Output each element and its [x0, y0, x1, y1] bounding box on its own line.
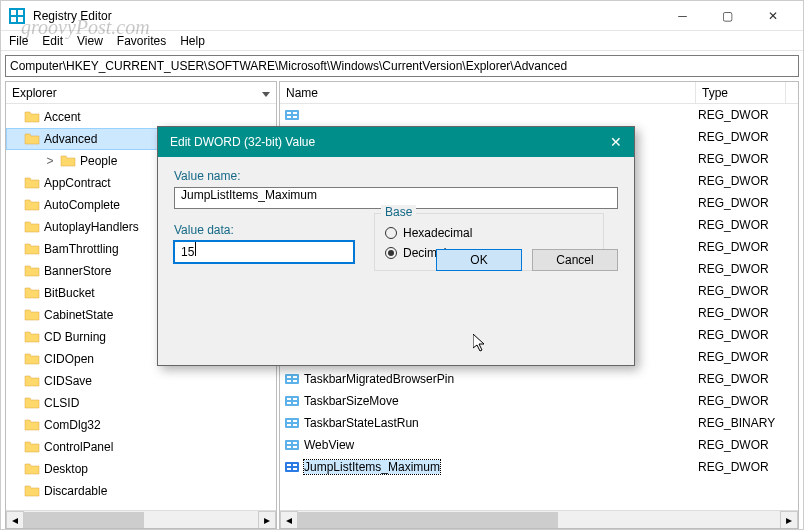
dialog-titlebar[interactable]: Edit DWORD (32-bit) Value ✕: [158, 127, 634, 157]
list-row[interactable]: JumpListItems_MaximumREG_DWOR: [280, 456, 798, 478]
cancel-button[interactable]: Cancel: [532, 249, 618, 271]
tree-item[interactable]: Accent: [6, 106, 276, 128]
cell-type: REG_BINARY: [696, 416, 796, 430]
dialog-close-button[interactable]: ✕: [610, 134, 622, 150]
titlebar: Registry Editor ─ ▢ ✕: [1, 1, 803, 31]
scroll-thumb[interactable]: [24, 512, 144, 528]
cell-type: REG_DWOR: [696, 372, 796, 386]
list-row[interactable]: TaskbarMigratedBrowserPinREG_DWOR: [280, 368, 798, 390]
tree-item[interactable]: CLSID: [6, 392, 276, 414]
col-name[interactable]: Name: [280, 82, 696, 103]
radio-icon: [385, 227, 397, 239]
svg-rect-6: [287, 112, 291, 114]
list-row[interactable]: WebViewREG_DWOR: [280, 434, 798, 456]
radio-icon: [385, 247, 397, 259]
chevron-down-icon: [262, 86, 270, 100]
scroll-right-button[interactable]: ▸: [258, 511, 276, 529]
radio-hexadecimal[interactable]: Hexadecimal: [385, 226, 593, 240]
svg-rect-81: [287, 442, 291, 444]
maximize-button[interactable]: ▢: [705, 2, 750, 30]
tree-item[interactable]: ControlPanel: [6, 436, 276, 458]
tree-item-label: BamThrottling: [44, 242, 119, 256]
list-row[interactable]: TaskbarSizeMoveREG_DWOR: [280, 390, 798, 412]
svg-rect-70: [285, 396, 299, 406]
scroll-right-button[interactable]: ▸: [780, 511, 798, 529]
svg-rect-4: [18, 17, 23, 22]
tree-item-label: BannerStore: [44, 264, 111, 278]
value-name: TaskbarMigratedBrowserPin: [304, 372, 454, 386]
address-bar[interactable]: Computer\HKEY_CURRENT_USER\SOFTWARE\Micr…: [5, 55, 799, 77]
value-name: WebView: [304, 438, 354, 452]
scroll-left-button[interactable]: ◂: [280, 511, 298, 529]
svg-rect-82: [287, 446, 291, 448]
ok-button[interactable]: OK: [436, 249, 522, 271]
svg-rect-89: [293, 468, 297, 470]
menu-view[interactable]: View: [77, 34, 103, 48]
tree-item-label: CD Burning: [44, 330, 106, 344]
tree-header[interactable]: Explorer: [6, 82, 276, 104]
cell-type: REG_DWOR: [696, 460, 796, 474]
regedit-icon: [9, 8, 25, 24]
svg-rect-79: [293, 424, 297, 426]
valuedata-input[interactable]: 15: [174, 241, 354, 263]
menubar: File Edit View Favorites Help: [1, 31, 803, 51]
tree-item-label: CLSID: [44, 396, 79, 410]
menu-favorites[interactable]: Favorites: [117, 34, 166, 48]
svg-rect-65: [285, 374, 299, 384]
list-row[interactable]: REG_DWOR: [280, 104, 798, 126]
tree-hscroll[interactable]: ◂ ▸: [6, 510, 276, 528]
svg-rect-1: [11, 10, 16, 15]
cell-type: REG_DWOR: [696, 218, 796, 232]
scroll-left-button[interactable]: ◂: [6, 511, 24, 529]
tree-item-label: AutoplayHandlers: [44, 220, 139, 234]
tree-item-label: CabinetState: [44, 308, 113, 322]
svg-rect-88: [293, 464, 297, 466]
cell-name: TaskbarMigratedBrowserPin: [280, 371, 696, 387]
cell-type: REG_DWOR: [696, 240, 796, 254]
tree-item-label: AppContract: [44, 176, 111, 190]
tree-item-label: People: [80, 154, 117, 168]
tree-item[interactable]: ComDlg32: [6, 414, 276, 436]
list-row[interactable]: TaskbarStateLastRunREG_BINARY: [280, 412, 798, 434]
cell-type: REG_DWOR: [696, 108, 796, 122]
close-button[interactable]: ✕: [750, 2, 795, 30]
cell-name: WebView: [280, 437, 696, 453]
menu-file[interactable]: File: [9, 34, 28, 48]
col-type[interactable]: Type: [696, 82, 786, 103]
radio-hex-label: Hexadecimal: [403, 226, 472, 240]
svg-rect-78: [293, 420, 297, 422]
cell-type: REG_DWOR: [696, 284, 796, 298]
list-hscroll[interactable]: ◂ ▸: [280, 510, 798, 528]
svg-rect-72: [287, 402, 291, 404]
tree-item-label: Discardable: [44, 484, 107, 498]
scroll-thumb[interactable]: [298, 512, 558, 528]
cell-type: REG_DWOR: [696, 130, 796, 144]
tree-item[interactable]: Discardable: [6, 480, 276, 502]
svg-rect-85: [285, 462, 299, 472]
address-text: Computer\HKEY_CURRENT_USER\SOFTWARE\Micr…: [10, 59, 567, 73]
svg-rect-67: [287, 380, 291, 382]
menu-edit[interactable]: Edit: [42, 34, 63, 48]
svg-rect-68: [293, 376, 297, 378]
cell-type: REG_DWOR: [696, 262, 796, 276]
minimize-button[interactable]: ─: [660, 2, 705, 30]
svg-rect-2: [18, 10, 23, 15]
value-name: JumpListItems_Maximum: [304, 460, 440, 474]
menu-help[interactable]: Help: [180, 34, 205, 48]
expander-icon[interactable]: >: [44, 154, 56, 168]
tree-item[interactable]: CIDSave: [6, 370, 276, 392]
value-name: TaskbarStateLastRun: [304, 416, 419, 430]
tree-item-label: CIDSave: [44, 374, 92, 388]
cell-name: [280, 107, 696, 123]
cell-type: REG_DWOR: [696, 394, 796, 408]
dialog-title: Edit DWORD (32-bit) Value: [170, 135, 315, 149]
svg-rect-84: [293, 446, 297, 448]
svg-rect-5: [285, 110, 299, 120]
base-legend: Base: [381, 205, 416, 219]
svg-rect-77: [287, 424, 291, 426]
cell-type: REG_DWOR: [696, 328, 796, 342]
window-title: Registry Editor: [33, 9, 660, 23]
tree-item[interactable]: Desktop: [6, 458, 276, 480]
svg-rect-66: [287, 376, 291, 378]
edit-dword-dialog: Edit DWORD (32-bit) Value ✕ Value name: …: [157, 126, 635, 366]
